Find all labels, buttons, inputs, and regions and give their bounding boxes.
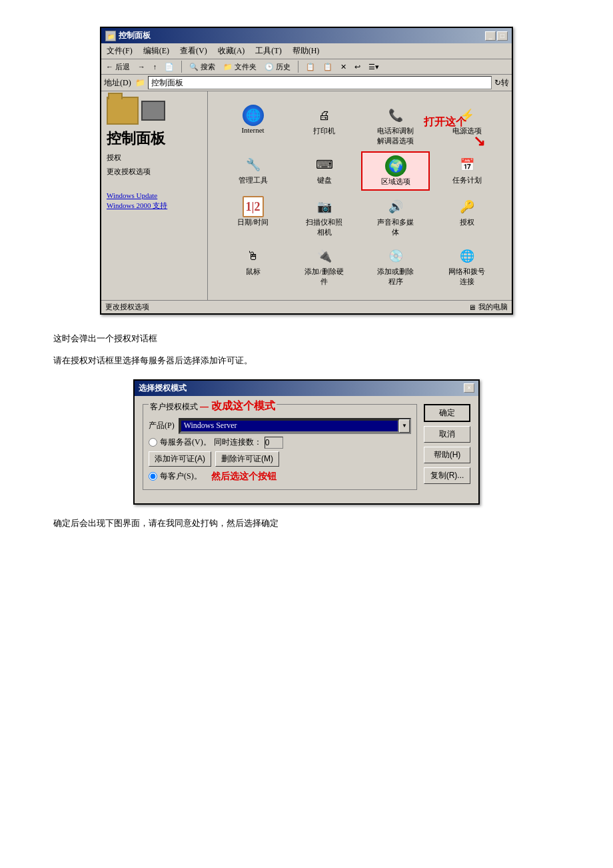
folder-up-button[interactable]: 📄: [163, 62, 176, 72]
license-btn-row: 添加许可证(A) 删除许可证(M): [149, 451, 411, 467]
product-combo[interactable]: Windows Server ▼: [179, 418, 411, 434]
remove-license-button[interactable]: 删除许可证(M): [215, 451, 279, 467]
icon-admin[interactable]: 🔧 管理工具: [219, 151, 287, 191]
window-titlebar: 📁 控制面板 _ □: [101, 28, 512, 43]
icon-task[interactable]: 📅 任务计划: [432, 151, 501, 191]
windows-2000-link[interactable]: Windows 2000 支持: [107, 201, 202, 211]
scanner-label: 扫描仪和照相机: [306, 217, 342, 237]
power-label: 电源选项: [452, 126, 482, 136]
menu-edit[interactable]: 编辑(E): [141, 45, 172, 57]
then-select-annotation: 然后选这个按钮: [211, 471, 277, 483]
icons-grid: 🌐 Internet 🖨 打印机 📞 电话和调制解调器选项: [213, 97, 506, 295]
cancel-button[interactable]: 取消: [424, 426, 470, 443]
icon-addhw[interactable]: 🔌 添加/删除硬件: [290, 243, 358, 289]
menu-tools[interactable]: 工具(T): [253, 45, 284, 57]
search-button[interactable]: 🔍 搜索: [187, 61, 217, 73]
sidebar-icon-area: [107, 97, 202, 125]
dialog-titlebar: 选择授权模式 ×: [135, 381, 478, 396]
icon-scanner[interactable]: 📷 扫描仪和照相机: [290, 193, 358, 240]
status-left: 更改授权选项: [105, 302, 149, 312]
keyboard-icon: ⌨: [314, 154, 335, 175]
icon-network[interactable]: 🌐 网络和拨号连接: [432, 243, 501, 289]
product-label: 产品(P): [149, 420, 175, 431]
forward-button[interactable]: →: [136, 62, 147, 71]
task-label: 任务计划: [452, 175, 482, 185]
up-button[interactable]: ↑: [151, 62, 159, 71]
icon-license[interactable]: 🔑 授权: [432, 193, 501, 240]
instruction-text-1: 这时会弹出一个授权对话框: [53, 331, 560, 346]
history-button[interactable]: 🕒 历史: [263, 61, 293, 73]
menu-help[interactable]: 帮助(H): [290, 45, 322, 57]
back-button[interactable]: ← 后退: [104, 61, 132, 73]
address-input[interactable]: 控制面板: [148, 76, 492, 89]
ok-button[interactable]: 确定: [424, 404, 470, 422]
icon-addremove[interactable]: 💿 添加或删除程序: [361, 243, 430, 289]
status-bar: 更改授权选项 🖥 我的电脑: [101, 300, 512, 313]
dialog-close-button[interactable]: ×: [464, 383, 474, 393]
icon-keyboard[interactable]: ⌨ 键盘: [290, 151, 358, 191]
add-license-button[interactable]: 添加许可证(A): [149, 451, 211, 467]
admin-label: 管理工具: [239, 175, 268, 185]
license-label: 授权: [460, 217, 474, 227]
modem-label: 电话和调制解调器选项: [377, 126, 414, 146]
window-title: 控制面板: [119, 30, 151, 41]
folders-button[interactable]: 📁 文件夹: [221, 61, 259, 73]
datetime-label: 日期/时间: [237, 217, 269, 227]
address-value: 控制面板: [151, 77, 183, 89]
icon-internet[interactable]: 🌐 Internet: [219, 102, 287, 149]
icon-region[interactable]: 🌍 区域选项: [361, 151, 430, 191]
icon-mouse[interactable]: 🖱 鼠标: [219, 243, 287, 289]
icon-power[interactable]: ⚡ 电源选项: [432, 102, 501, 149]
icon-printer[interactable]: 🖨 打印机: [290, 102, 358, 149]
mouse-label: 鼠标: [246, 267, 261, 277]
menu-favorites[interactable]: 收藏(A): [215, 45, 248, 57]
addhw-icon: 🔌: [314, 245, 335, 267]
printer-label: 打印机: [313, 126, 335, 136]
delete-button[interactable]: ✕: [338, 62, 348, 72]
sidebar-title: 控制面板: [107, 130, 202, 147]
copy-button[interactable]: 复制(R)...: [424, 467, 470, 484]
paste-button[interactable]: 📋: [321, 62, 334, 72]
region-icon: 🌍: [385, 155, 406, 177]
dialog-left: 客户授权模式 — 改成这个模式 产品(P) Windows Server ▼: [143, 404, 417, 495]
dialog-body: 客户授权模式 — 改成这个模式 产品(P) Windows Server ▼: [135, 396, 478, 503]
instruction-text-2: 请在授权对话框里选择每服务器后选择添加许可证。: [53, 353, 560, 368]
license-icon: 🔑: [456, 196, 478, 217]
view-button[interactable]: ☰▾: [366, 62, 381, 72]
page-wrapper: 📁 控制面板 _ □ 文件(F) 编辑(E) 查看(V) 收藏(A) 工具(T)…: [53, 27, 560, 531]
mouse-icon: 🖱: [243, 245, 264, 267]
sidebar-monitor-icon: [141, 101, 165, 121]
product-value: Windows Server: [180, 419, 399, 433]
sidebar-subtitle1: 授权: [107, 153, 202, 163]
sidebar-folder-icon: [107, 97, 139, 125]
addhw-label: 添加/删除硬件: [305, 267, 343, 287]
concurrent-label: 同时连接数：: [214, 437, 262, 448]
icon-datetime[interactable]: 1|2 日期/时间: [219, 193, 287, 240]
toolbar-separator2: [298, 61, 299, 73]
go-button[interactable]: ↻转: [494, 77, 509, 89]
restore-button[interactable]: □: [497, 31, 508, 41]
menu-view[interactable]: 查看(V): [177, 45, 210, 57]
icon-modem[interactable]: 📞 电话和调制解调器选项: [361, 102, 430, 149]
concurrent-input[interactable]: [265, 437, 283, 449]
menu-file[interactable]: 文件(F): [104, 45, 135, 57]
copy-button[interactable]: 📋: [304, 62, 317, 72]
per-server-radio[interactable]: [149, 438, 157, 447]
instruction-text-3: 确定后会出现下图界面，请在我同意处打钩，然后选择确定: [53, 515, 560, 531]
control-panel-window: 📁 控制面板 _ □ 文件(F) 编辑(E) 查看(V) 收藏(A) 工具(T)…: [100, 27, 513, 315]
per-client-radio[interactable]: [149, 472, 157, 481]
dialog-buttons: 确定 取消 帮助(H) 复制(R)...: [424, 404, 470, 495]
combo-dropdown-arrow[interactable]: ▼: [399, 419, 410, 433]
undo-button[interactable]: ↩: [352, 62, 362, 72]
titlebar-left: 📁 控制面板: [105, 30, 151, 41]
icons-area-wrapper: 打开这个 ↘ 🌐 Internet 🖨 打印机: [208, 91, 512, 300]
sound-icon: 🔊: [385, 196, 406, 217]
sidebar: 控制面板 授权 更改授权选项 Windows Update Windows 20…: [101, 91, 208, 300]
toolbar-separator: [181, 61, 182, 73]
minimize-button[interactable]: _: [485, 31, 496, 41]
modem-icon: 📞: [385, 105, 406, 126]
windows-update-link[interactable]: Windows Update: [107, 191, 202, 199]
icon-sound[interactable]: 🔊 声音和多媒体: [361, 193, 430, 240]
region-label: 区域选项: [381, 177, 410, 187]
help-button[interactable]: 帮助(H): [424, 447, 470, 463]
